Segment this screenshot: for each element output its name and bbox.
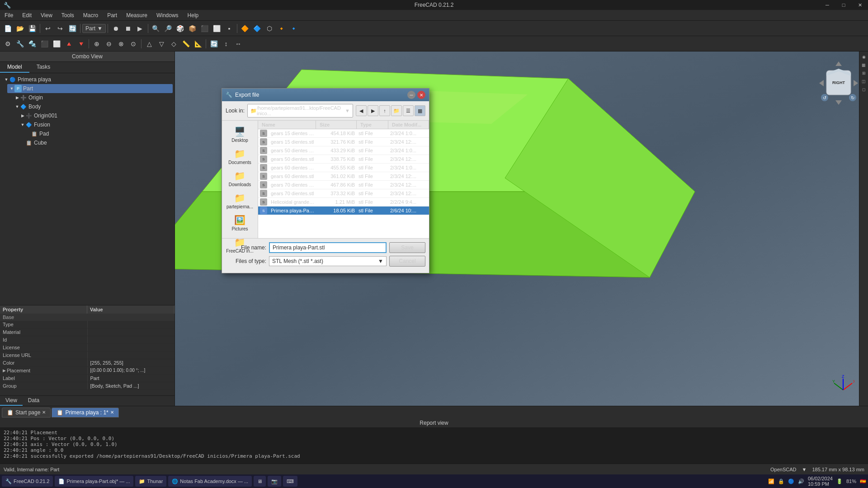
- taskbar-camera[interactable]: 📷: [268, 476, 281, 487]
- part-icon-3[interactable]: ⬡: [264, 23, 275, 34]
- bookmark-pictures[interactable]: 🖼️ Pictures: [222, 212, 258, 234]
- col-header-date[interactable]: Date Modif...: [388, 121, 429, 129]
- tree-item-pad[interactable]: 📋 Pad: [24, 129, 173, 138]
- nav-list-view-button[interactable]: ☰: [403, 105, 414, 116]
- maximize-button[interactable]: □: [835, 0, 852, 10]
- col-header-size[interactable]: Size: [316, 121, 357, 129]
- col-header-name[interactable]: Name: [258, 121, 316, 129]
- extra-btn-2[interactable]: ↕: [220, 38, 232, 50]
- search-button[interactable]: 🔎: [162, 23, 174, 34]
- nav-detail-view-button[interactable]: ▦: [415, 105, 425, 116]
- boolean-btn-3[interactable]: ⊗: [115, 38, 127, 50]
- boolean-btn-1[interactable]: ⊕: [91, 38, 103, 50]
- menu-file[interactable]: File: [0, 10, 18, 20]
- menu-help[interactable]: Help: [183, 10, 203, 20]
- nav-back-button[interactable]: ◀: [356, 105, 367, 116]
- menu-measure[interactable]: Measure: [122, 10, 152, 20]
- refresh-button[interactable]: 🔄: [66, 23, 78, 34]
- measure-btn-2[interactable]: 📐: [192, 38, 204, 50]
- zoom-in-button[interactable]: 🔍: [150, 23, 162, 34]
- extra-btn-1[interactable]: 🔄: [208, 38, 220, 50]
- dialog-minimize-button[interactable]: ─: [407, 91, 415, 99]
- open-file-button[interactable]: 📂: [14, 23, 26, 34]
- tab-close-icon[interactable]: ✕: [110, 410, 114, 415]
- redo-button[interactable]: ↪: [54, 23, 66, 34]
- part-btn-3[interactable]: 🔩: [26, 38, 38, 50]
- bookmark-documents[interactable]: 📁 Documents: [222, 145, 258, 168]
- boolean-btn-4[interactable]: ⊙: [127, 38, 139, 50]
- file-row[interactable]: S gears 15 dientes opt.stl 454.18 KiB st…: [258, 129, 429, 138]
- expand-icon[interactable]: ▼: [20, 122, 25, 127]
- file-row[interactable]: S gears 70 dientes.stl 373.32 KiB stl Fi…: [258, 189, 429, 198]
- file-row[interactable]: S gears 60 dientes.stl 361.02 KiB stl Fi…: [258, 172, 429, 181]
- rt-btn-4[interactable]: ◫: [860, 78, 868, 85]
- tab-data[interactable]: Data: [23, 396, 45, 406]
- part-icon-1[interactable]: 🔶: [239, 23, 251, 34]
- tree-item-origin001[interactable]: ▶ ➕ Origin001: [18, 111, 173, 120]
- tab-close-icon[interactable]: ✕: [42, 410, 46, 415]
- part-btn-5[interactable]: ⬜: [51, 38, 62, 50]
- rt-btn-3[interactable]: ⊞: [860, 70, 868, 77]
- rt-btn-5[interactable]: ◻: [860, 86, 868, 93]
- part-icon-4[interactable]: 🔸: [276, 23, 288, 34]
- menu-view[interactable]: View: [36, 10, 57, 20]
- taskbar-freecad[interactable]: 🔧 FreeCAD 0.21.2: [2, 476, 53, 487]
- measure-btn-1[interactable]: 📏: [180, 38, 192, 50]
- nav-forward-button[interactable]: ▶: [368, 105, 378, 116]
- rt-btn-1[interactable]: ◉: [860, 53, 868, 61]
- prop-row-license-url[interactable]: License URL: [0, 352, 175, 359]
- taskbar-keyboard[interactable]: ⌨: [283, 476, 297, 487]
- tab-start-page[interactable]: 📋 Start page ✕: [2, 408, 51, 418]
- prop-row-type[interactable]: Type: [0, 321, 175, 328]
- menu-tools[interactable]: Tools: [57, 10, 79, 20]
- cube-view-button[interactable]: 🎲: [175, 23, 186, 34]
- prop-row-color[interactable]: Color [255, 255, 255]: [0, 359, 175, 367]
- prop-row-license[interactable]: License: [0, 344, 175, 352]
- file-row[interactable]: S Helicoidal grande.stl 1.21 MiB stl Fil…: [258, 198, 429, 206]
- file-row[interactable]: S gears 60 dientes opt.stl 455.55 KiB st…: [258, 164, 429, 172]
- tree-item-body[interactable]: ▼ 🔷 Body: [13, 102, 173, 111]
- tree-item-primera-playa[interactable]: ▼ 🔵 Primera playa: [2, 75, 173, 84]
- workbench-dropdown[interactable]: Part ▼: [82, 24, 106, 33]
- close-button[interactable]: ✕: [852, 0, 868, 10]
- file-row-selected[interactable]: S Primera playa-Part.stl 18.05 KiB stl F…: [258, 206, 429, 215]
- undo-button[interactable]: ↩: [42, 23, 54, 34]
- expand-icon[interactable]: ▼: [14, 104, 20, 109]
- view-right-button[interactable]: ▪: [223, 23, 235, 34]
- expand-icon[interactable]: ▼: [4, 77, 9, 82]
- mesh-btn-1[interactable]: △: [143, 38, 155, 50]
- cancel-button[interactable]: Cancel: [389, 256, 425, 267]
- menu-macro[interactable]: Macro: [79, 10, 103, 20]
- tab-tasks[interactable]: Tasks: [29, 62, 58, 73]
- part-btn-6[interactable]: 🔺: [63, 38, 75, 50]
- file-row[interactable]: S gears 70 dientes opt.stl 467.86 KiB st…: [258, 181, 429, 189]
- look-in-path-dropdown[interactable]: 📁 /home/partepiernas91...ktop/FreeCAD in…: [247, 104, 353, 117]
- menu-edit[interactable]: Edit: [18, 10, 36, 20]
- bookmark-downloads[interactable]: 📁 Downloads: [222, 168, 258, 190]
- filename-input[interactable]: [269, 242, 387, 253]
- taskbar-thunar[interactable]: 📁 Thunar: [135, 476, 166, 487]
- prop-row-placement[interactable]: ▶Placement [(0.00 0.00 1.00); 0.00 °; ..…: [0, 367, 175, 375]
- mesh-btn-2[interactable]: ▽: [156, 38, 167, 50]
- taskbar-monitor[interactable]: 🖥: [254, 476, 266, 487]
- file-row[interactable]: S gears 50 dientes.stl 338.75 KiB stl Fi…: [258, 155, 429, 164]
- mesh-btn-3[interactable]: ◇: [168, 38, 179, 50]
- tree-item-fusion[interactable]: ▼ 🔷 Fusion: [18, 120, 173, 129]
- part-btn-2[interactable]: 🔧: [14, 38, 26, 50]
- part-btn-7[interactable]: 🔻: [75, 38, 87, 50]
- taskbar-notas[interactable]: 🌐 Notas Fab Academy.docx — ...: [168, 476, 252, 487]
- menu-part[interactable]: Part: [103, 10, 122, 20]
- file-row[interactable]: S gears 50 dientes opt.stl 433.29 KiB st…: [258, 146, 429, 155]
- boolean-btn-2[interactable]: ⊖: [103, 38, 115, 50]
- expand-icon[interactable]: ▶: [20, 113, 25, 118]
- stop-button[interactable]: ⏹: [122, 23, 134, 34]
- tab-view[interactable]: View: [0, 396, 23, 406]
- minimize-button[interactable]: ─: [819, 0, 835, 10]
- expand-icon[interactable]: ▶: [14, 95, 20, 100]
- view-front-button[interactable]: ⬛: [199, 23, 211, 34]
- col-header-type[interactable]: Type: [357, 121, 388, 129]
- record-button[interactable]: ⏺: [110, 23, 122, 34]
- nav-new-folder-button[interactable]: 📁: [391, 105, 402, 116]
- tab-primera-playa[interactable]: 📋 Primera playa : 1* ✕: [52, 408, 118, 418]
- menu-windows[interactable]: Windows: [152, 10, 183, 20]
